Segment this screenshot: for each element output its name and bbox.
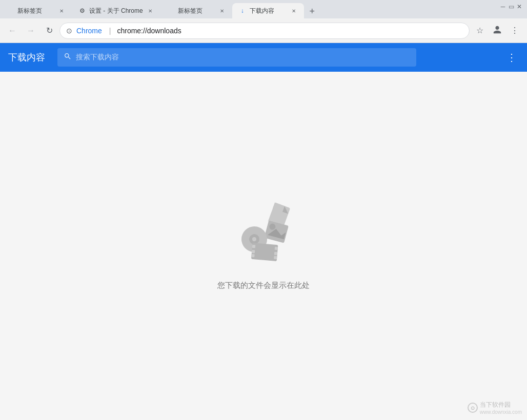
watermark-site: 当下软件园 [480,401,522,409]
empty-message: 您下载的文件会显示在此处 [217,281,310,290]
page-content: 下载内容 搜索下载内容 ⋮ [0,43,527,420]
lock-icon: ⊙ [66,27,72,35]
svg-rect-13 [275,246,278,250]
address-separator: | [109,27,111,35]
empty-illustration [230,202,297,268]
watermark-text: 当下软件园 www.downxia.com [480,401,522,415]
svg-rect-14 [274,251,278,255]
tab-2-title: 设置 - 关于 Chrome [89,7,143,15]
tab-2-close[interactable]: ✕ [146,7,154,15]
search-icon [64,52,72,62]
watermark-url: www.downxia.com [480,409,522,415]
nav-right-controls: ☆ ⋮ [472,23,523,39]
svg-rect-10 [252,244,256,248]
svg-rect-11 [252,249,255,253]
minimize-button[interactable]: ─ [499,3,506,10]
svg-rect-15 [274,256,277,259]
tab-2-icon: ⚙ [78,7,86,15]
bookmark-button[interactable]: ☆ [472,23,488,39]
tab-1[interactable]: 新标签页 ✕ [0,3,72,18]
back-button[interactable]: ← [4,23,21,39]
account-icon [493,25,502,36]
title-bar: 新标签页 ✕ ⚙ 设置 - 关于 Chrome ✕ 新标签页 ✕ ↓ 下载内容 … [0,0,527,18]
address-path-text: chrome://downloads [117,27,181,35]
watermark-logo: ⊙ [468,403,478,413]
tab-2[interactable]: ⚙ 设置 - 关于 Chrome ✕ [72,3,160,18]
tab-4[interactable]: ↓ 下载内容 ✕ [232,3,304,18]
tab-1-icon [6,7,14,15]
tab-3-icon [167,7,175,15]
page-title: 下载内容 [8,51,49,64]
close-button[interactable]: ✕ [516,3,523,10]
reload-button[interactable]: ↻ [41,23,57,39]
tab-1-close[interactable]: ✕ [57,7,66,15]
star-icon: ☆ [476,26,483,35]
back-icon: ← [8,26,16,35]
restore-button[interactable]: ▭ [508,3,515,10]
tab-3-title: 新标签页 [178,7,215,15]
empty-files-svg [230,202,297,268]
tab-4-icon: ↓ [238,7,247,15]
tab-1-title: 新标签页 [17,7,54,15]
more-icon: ⋮ [511,26,519,35]
window-controls: ─ ▭ ✕ [495,0,527,10]
empty-state: 您下载的文件会显示在此处 [0,72,527,420]
new-tab-button[interactable]: + [305,4,319,18]
search-bar[interactable]: 搜索下载内容 [57,48,416,67]
forward-icon: → [27,26,35,35]
reload-icon: ↻ [46,26,53,35]
svg-rect-12 [251,254,255,257]
forward-button[interactable]: → [23,23,39,39]
tab-3-close[interactable]: ✕ [218,7,226,15]
menu-button[interactable]: ⋮ [506,23,523,39]
address-chrome-label: Chrome [76,27,102,35]
watermark: ⊙ 当下软件园 www.downxia.com [468,401,522,415]
page-more-button[interactable]: ⋮ [504,49,519,66]
tab-3[interactable]: 新标签页 ✕ [160,3,232,18]
tab-4-close[interactable]: ✕ [290,7,298,15]
browser-window: 新标签页 ✕ ⚙ 设置 - 关于 Chrome ✕ 新标签页 ✕ ↓ 下载内容 … [0,0,527,420]
page-header: 下载内容 搜索下载内容 ⋮ [0,43,527,72]
tabs-area: 新标签页 ✕ ⚙ 设置 - 关于 Chrome ✕ 新标签页 ✕ ↓ 下载内容 … [0,3,495,18]
tab-4-title: 下载内容 [250,7,287,15]
nav-bar: ← → ↻ ⊙ Chrome | chrome://downloads ☆ [0,18,527,43]
address-bar[interactable]: ⊙ Chrome | chrome://downloads [59,23,470,39]
account-button[interactable] [489,23,505,39]
search-placeholder: 搜索下载内容 [76,53,410,62]
